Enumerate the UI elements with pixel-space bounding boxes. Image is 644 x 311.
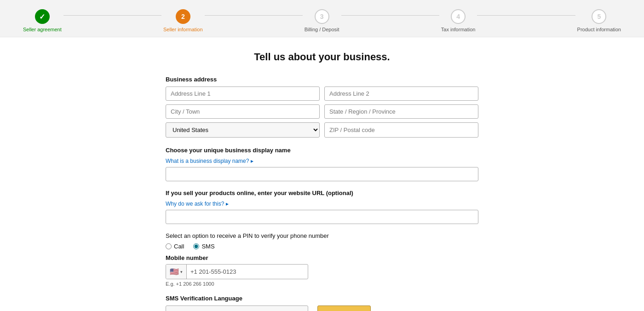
- website-help-link[interactable]: Why do we ask for this? ▸: [166, 201, 229, 207]
- pin-label: Select an option to receive a PIN to ver…: [166, 232, 478, 239]
- business-name-input[interactable]: [166, 167, 478, 181]
- address-line2-input[interactable]: [324, 86, 478, 101]
- step-4-label: Tax information: [441, 27, 476, 32]
- step-product-information: 5 Product information: [577, 9, 621, 32]
- connector-4-5: [477, 15, 575, 16]
- website-label: If you sell your products online, enter …: [166, 190, 478, 196]
- step-seller-information: 2 Seller information: [163, 9, 203, 32]
- main-content: Tell us about your business. Business ad…: [0, 37, 644, 311]
- state-input[interactable]: [324, 104, 478, 119]
- page-title: Tell us about your business.: [9, 51, 635, 63]
- sms-lang-row: English Text me now: [166, 305, 478, 311]
- sms-radio[interactable]: [193, 243, 199, 249]
- phone-hint: E.g. +1 206 266 1000: [166, 281, 478, 287]
- sms-lang-section: SMS Verification Language English Text m…: [166, 295, 478, 311]
- step-tax-information: 4 Tax information: [441, 9, 476, 32]
- phone-number-input[interactable]: [187, 265, 308, 278]
- zip-input[interactable]: [324, 122, 478, 138]
- step-5-label: Product information: [577, 27, 621, 32]
- step-4-circle: 4: [451, 9, 466, 24]
- connector-2-3: [205, 15, 303, 16]
- step-5-circle: 5: [592, 9, 606, 24]
- address-row-1: [166, 86, 478, 101]
- pin-section: Select an option to receive a PIN to ver…: [166, 232, 478, 287]
- business-address-label: Business address: [166, 76, 478, 83]
- city-input[interactable]: [166, 104, 320, 119]
- website-url-input[interactable]: [166, 210, 478, 224]
- sms-lang-label: SMS Verification Language: [166, 295, 478, 302]
- mobile-number-label: Mobile number: [166, 254, 478, 261]
- country-select[interactable]: United States: [166, 122, 320, 138]
- website-section: If you sell your products online, enter …: [166, 190, 478, 224]
- step-seller-agreement: ✓ Seller agreement: [23, 9, 62, 32]
- step-1-label: Seller agreement: [23, 27, 62, 32]
- connector-1-2: [63, 15, 161, 16]
- phone-input-row: 🇺🇸 ▾: [166, 264, 308, 279]
- progress-bar: ✓ Seller agreement 2 Seller information …: [0, 0, 644, 37]
- sms-radio-item[interactable]: SMS: [193, 243, 214, 250]
- sms-lang-select[interactable]: English: [166, 305, 308, 311]
- sms-label: SMS: [201, 243, 214, 250]
- address-row-2: [166, 104, 478, 119]
- business-name-label: Choose your unique business display name: [166, 147, 478, 154]
- step-2-label: Seller information: [163, 27, 203, 32]
- phone-flag-button[interactable]: 🇺🇸 ▾: [166, 265, 187, 279]
- call-label: Call: [174, 243, 184, 250]
- pin-radio-group: Call SMS: [166, 243, 478, 250]
- connector-3-4: [341, 15, 439, 16]
- step-3-label: Billing / Deposit: [305, 27, 339, 32]
- business-name-help-link[interactable]: What is a business display name? ▸: [166, 158, 253, 164]
- flag-icon: 🇺🇸: [170, 267, 179, 276]
- step-3-circle: 3: [315, 9, 329, 24]
- address-line1-input[interactable]: [166, 86, 320, 101]
- call-radio[interactable]: [166, 243, 172, 249]
- address-row-3: United States: [166, 122, 478, 138]
- phone-chevron-icon: ▾: [180, 270, 183, 274]
- step-1-circle: ✓: [35, 9, 50, 24]
- call-radio-item[interactable]: Call: [166, 243, 184, 250]
- step-2-circle: 2: [176, 9, 190, 24]
- step-billing-deposit: 3 Billing / Deposit: [305, 9, 339, 32]
- text-me-button[interactable]: Text me now: [317, 305, 371, 311]
- business-name-section: Choose your unique business display name…: [166, 147, 478, 181]
- form-container: Business address United States Choose yo…: [166, 76, 478, 311]
